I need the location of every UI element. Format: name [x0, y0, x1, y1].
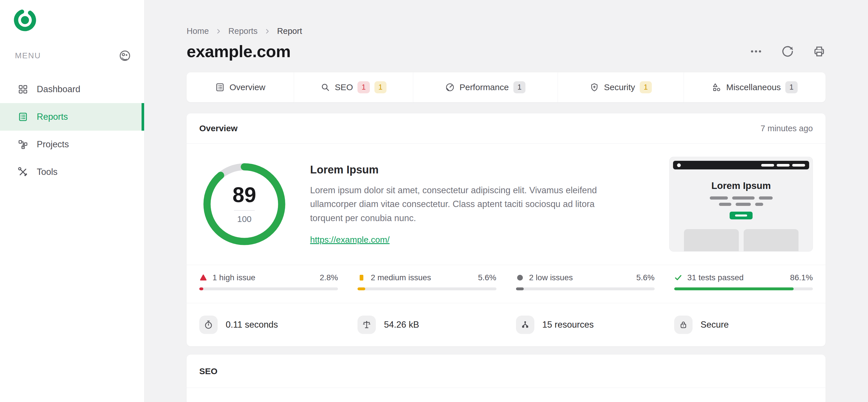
metric-page-size: 54.26 kB	[358, 316, 496, 334]
issue-label: 31 tests passed	[687, 273, 744, 282]
tab-badge-neutral: 1	[785, 81, 797, 93]
seo-card: SEO	[187, 354, 826, 402]
metric-resources: 15 resources	[516, 316, 655, 334]
preview-text-row	[670, 203, 813, 206]
issue-stats-row: 1 high issue 2.8% 2 medium issues 5.6%	[187, 265, 826, 303]
chevron-right-icon	[264, 28, 271, 35]
issue-stat-low: 2 low issues 5.6%	[516, 273, 655, 290]
metric-load-time: 0.11 seconds	[199, 316, 338, 334]
issue-label: 2 low issues	[529, 273, 573, 282]
score-divider	[234, 210, 255, 211]
report-timestamp: 7 minutes ago	[761, 124, 813, 133]
tools-icon	[18, 167, 28, 177]
sidebar-item-label: Dashboard	[37, 84, 81, 94]
tab-miscellaneous[interactable]: Miscellaneous 1	[684, 72, 826, 102]
tab-security[interactable]: Security 1	[558, 72, 684, 102]
issue-label: 1 high issue	[213, 273, 255, 282]
issue-stat-high: 1 high issue 2.8%	[199, 273, 338, 290]
menu-heading: MENU	[15, 51, 41, 60]
printer-icon	[813, 45, 826, 58]
preview-nav-links	[761, 164, 805, 166]
tab-badge-high: 1	[358, 81, 370, 93]
site-link[interactable]: https://example.com/	[310, 235, 390, 245]
site-summary: Lorem Ipsum Lorem ipsum dolor sit amet, …	[310, 164, 629, 244]
tab-badge-medium: 1	[640, 81, 652, 93]
site-preview-thumbnail: Lorem Ipsum	[669, 157, 813, 251]
metrics-row: 0.11 seconds 54.26 kB	[187, 303, 826, 346]
more-options-button[interactable]	[750, 45, 762, 58]
sidebar-item-label: Projects	[37, 139, 69, 150]
seo-card-content	[187, 388, 826, 402]
issue-progress-bar	[516, 287, 655, 290]
issue-progress-bar	[358, 287, 496, 290]
metric-label: 0.11 seconds	[226, 319, 278, 330]
metric-chip	[199, 316, 218, 334]
sidebar-item-projects[interactable]: Projects	[0, 131, 144, 158]
score-value: 89	[232, 184, 256, 206]
tab-label: Performance	[459, 83, 509, 92]
dashboard-icon	[18, 84, 28, 94]
sidebar-item-label: Reports	[37, 112, 68, 122]
metric-chip	[358, 316, 376, 334]
report-actions	[750, 45, 826, 58]
score-gauge: 89 100	[203, 162, 286, 246]
sidebar-nav: Dashboard Reports Projects	[0, 75, 144, 186]
score-max: 100	[237, 214, 251, 224]
shapes-icon	[712, 83, 721, 92]
preview-heading: Lorem Ipsum	[670, 180, 813, 191]
report-tabs: Overview SEO 1 1 Performance 1	[187, 72, 826, 102]
sidebar-item-reports[interactable]: Reports	[0, 103, 144, 131]
refresh-icon	[781, 45, 794, 58]
metric-security: Secure	[674, 316, 813, 334]
issue-percent: 5.6%	[636, 273, 655, 282]
issue-stat-medium: 2 medium issues 5.6%	[358, 273, 496, 290]
issue-label: 2 medium issues	[371, 273, 431, 282]
breadcrumb-home[interactable]: Home	[187, 26, 209, 36]
sidebar-item-dashboard[interactable]: Dashboard	[0, 75, 144, 103]
metric-chip	[674, 316, 692, 334]
issue-progress-bar	[674, 287, 813, 290]
preview-text-row	[670, 196, 813, 199]
ellipsis-icon	[750, 45, 762, 58]
metric-label: 54.26 kB	[384, 319, 419, 330]
metric-chip	[516, 316, 534, 334]
tab-performance[interactable]: Performance 1	[413, 72, 558, 102]
sidebar-item-tools[interactable]: Tools	[0, 158, 144, 186]
breadcrumb-reports[interactable]: Reports	[228, 26, 257, 36]
seo-section-title: SEO	[199, 366, 217, 376]
breadcrumb: Home Reports Report	[187, 26, 826, 36]
app-logo	[14, 9, 36, 31]
main-content: Home Reports Report example.com	[145, 0, 868, 402]
overview-section-title: Overview	[199, 123, 238, 133]
low-issue-icon	[516, 274, 524, 282]
tab-label: Overview	[229, 83, 265, 92]
tab-seo[interactable]: SEO 1 1	[294, 72, 413, 102]
print-button[interactable]	[813, 45, 826, 58]
tab-badge-medium: 1	[374, 81, 386, 93]
speedometer-icon	[445, 83, 455, 92]
tab-label: Security	[604, 83, 635, 92]
site-description: Lorem ipsum dolor sit amet, consectetur …	[310, 184, 629, 225]
high-issue-icon	[199, 274, 207, 282]
preview-browser-bar	[673, 161, 809, 169]
shield-icon	[589, 83, 599, 92]
stopwatch-icon	[204, 320, 213, 330]
logo-icon	[14, 9, 36, 31]
breadcrumb-report: Report	[277, 26, 302, 36]
overview-card: Overview 7 minutes ago 89 100 Lorem Ipsu…	[187, 114, 826, 346]
sidebar: MENU Dashboard	[0, 0, 145, 402]
tab-label: Miscellaneous	[726, 83, 781, 92]
search-icon	[320, 83, 330, 92]
check-icon	[674, 274, 682, 282]
tab-badge-neutral: 1	[514, 81, 525, 93]
metric-label: Secure	[701, 319, 729, 330]
theme-toggle-button[interactable]	[118, 49, 131, 62]
scale-icon	[362, 320, 372, 330]
refresh-button[interactable]	[781, 45, 794, 58]
overview-icon	[215, 83, 225, 92]
tab-overview[interactable]: Overview	[187, 72, 294, 102]
metric-label: 15 resources	[542, 319, 594, 330]
preview-content-boxes	[670, 229, 813, 251]
tab-label: SEO	[335, 83, 353, 92]
issue-percent: 2.8%	[319, 273, 338, 282]
